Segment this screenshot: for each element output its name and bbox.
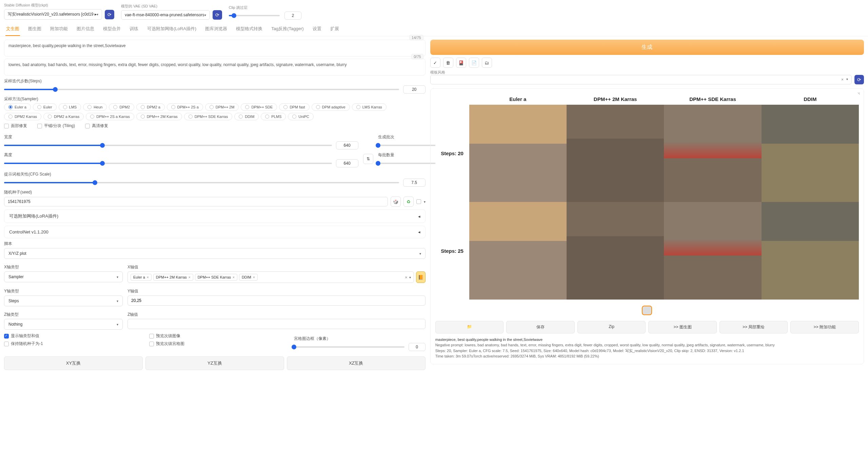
x-type-dropdown[interactable]: Sampler▾	[4, 271, 123, 282]
face-restore-checkbox[interactable]: 面部修复	[4, 123, 27, 129]
tab-6[interactable]: 可选附加网络(LoRA插件)	[146, 22, 197, 36]
height-value[interactable]: 640	[336, 159, 358, 167]
tab-1[interactable]: 图生图	[27, 22, 42, 36]
grid-margin-value[interactable]: 0	[409, 343, 426, 351]
sampler-dpm---2s-a-karras[interactable]: DPM++ 2S a Karras	[86, 113, 134, 120]
sampler-lms-karras[interactable]: LMS Karras	[352, 103, 387, 111]
clip-slider[interactable]	[229, 15, 280, 16]
lora-accordion[interactable]: 可选附加网络(LoRA插件)◂	[4, 209, 426, 223]
inpaint-button[interactable]: >> 局部重绘	[719, 321, 788, 333]
swap-dims-button[interactable]: ⇅	[363, 154, 373, 164]
tab-2[interactable]: 附加功能	[50, 22, 68, 36]
y-val-input[interactable]	[127, 295, 426, 306]
grid-cell[interactable]	[469, 105, 567, 202]
grid-cell[interactable]	[664, 202, 761, 299]
seed-extra-checkbox[interactable]	[416, 199, 421, 204]
trash-icon[interactable]: 🗑	[443, 58, 453, 68]
sampler-ddim[interactable]: DDIM	[234, 113, 259, 120]
grid-cell[interactable]	[469, 202, 567, 299]
result-thumbnail[interactable]	[642, 306, 652, 315]
width-value[interactable]: 640	[336, 141, 358, 149]
preview-sub-checkbox[interactable]: 预览次级图像	[149, 333, 281, 339]
batch-size-slider[interactable]	[378, 163, 439, 164]
y-type-dropdown[interactable]: Steps▾	[4, 295, 123, 306]
preview-grid-checkbox[interactable]: 预览次级宫格图	[149, 341, 281, 347]
sampler-dpm2-a[interactable]: DPM2 a	[136, 103, 165, 111]
x-book-button[interactable]: 📙	[416, 271, 426, 283]
clear-icon[interactable]: ×	[841, 77, 844, 82]
neg-prompt-input[interactable]: lowres, bad anatomy, bad hands, text, er…	[4, 59, 426, 76]
seed-input[interactable]: 1541761975	[4, 197, 388, 206]
grid-cell[interactable]	[664, 105, 761, 202]
tiling-checkbox[interactable]: 平铺/分块 (Tiling)	[37, 123, 75, 129]
sampler-unipc[interactable]: UniPC	[288, 113, 314, 120]
sampler-dpm---2s-a[interactable]: DPM++ 2S a	[167, 103, 203, 111]
steps-value[interactable]: 20	[403, 85, 426, 94]
tab-5[interactable]: 训练	[129, 22, 139, 36]
sampler-heun[interactable]: Heun	[83, 103, 107, 111]
tab-10[interactable]: 设置	[312, 22, 322, 36]
tab-9[interactable]: Tag反推(Tagger)	[271, 22, 304, 36]
seed-random-button[interactable]: 🎲	[391, 197, 401, 207]
swap-yz-button[interactable]: YZ互换	[145, 356, 284, 370]
x-val-tags[interactable]: Euler a ×DPM++ 2M Karras ×DPM++ SDE Karr…	[127, 271, 414, 283]
prompt-input[interactable]: masterpiece, best quality,people walking…	[4, 40, 426, 57]
x-tag[interactable]: DPM++ 2M Karras ×	[153, 274, 193, 281]
tab-4[interactable]: 模型合并	[102, 22, 121, 36]
open-folder-button[interactable]: 📁	[435, 321, 504, 333]
sampler-dpm-fast[interactable]: DPM fast	[279, 103, 309, 111]
sampler-dpm---2m[interactable]: DPM++ 2M	[205, 103, 239, 111]
grid-cell[interactable]	[762, 105, 859, 202]
tab-11[interactable]: 扩展	[330, 22, 340, 36]
sampler-dpm---sde[interactable]: DPM++ SDE	[241, 103, 277, 111]
sampler-plms[interactable]: PLMS	[261, 113, 286, 120]
apply-icon[interactable]: ✓	[430, 58, 440, 68]
sampler-dpm---sde-karras[interactable]: DPM++ SDE Karras	[184, 113, 232, 120]
grid-margin-slider[interactable]	[294, 346, 405, 348]
controlnet-accordion[interactable]: ControlNet v1.1.200◂	[4, 226, 426, 238]
cfg-value[interactable]: 7.5	[403, 179, 426, 187]
height-slider[interactable]	[4, 163, 332, 164]
z-val-input[interactable]	[127, 319, 426, 329]
tab-0[interactable]: 文生图	[5, 22, 20, 36]
batch-count-slider[interactable]	[378, 145, 439, 146]
generate-button[interactable]: 生成	[430, 40, 864, 55]
hires-checkbox[interactable]: 高清修复	[85, 123, 108, 129]
steps-slider[interactable]	[4, 89, 399, 90]
x-tag[interactable]: DDIM ×	[239, 274, 258, 281]
width-slider[interactable]	[4, 145, 332, 146]
grid-cell[interactable]	[567, 202, 664, 299]
seed-reuse-button[interactable]: ♻	[403, 197, 414, 207]
zip-button[interactable]: Zip	[577, 321, 646, 333]
note-icon[interactable]: 📄	[469, 58, 479, 68]
sampler-lms[interactable]: LMS	[59, 103, 81, 111]
ckpt-dropdown[interactable]: 写实\realisticVisionV20_v20.safetensors [c…	[4, 9, 102, 20]
x-tag[interactable]: DPM++ SDE Karras ×	[195, 274, 237, 281]
folder-icon[interactable]: 🗂	[482, 58, 492, 68]
sampler-dpm---2m-karras[interactable]: DPM++ 2M Karras	[136, 113, 182, 120]
vae-refresh-button[interactable]: ⟳	[213, 10, 222, 20]
style-refresh-button[interactable]: ⟳	[854, 75, 864, 84]
tab-8[interactable]: 模型格式转换	[235, 22, 263, 36]
ckpt-refresh-button[interactable]: ⟳	[105, 10, 114, 19]
sampler-euler[interactable]: Euler	[33, 103, 57, 111]
extras-button[interactable]: >> 附加功能	[790, 321, 859, 333]
style-dropdown[interactable]: ×▾	[430, 75, 852, 84]
clip-value[interactable]: 2	[284, 12, 301, 20]
img2img-button[interactable]: >> 图生图	[648, 321, 717, 333]
vae-dropdown[interactable]: vae-ft-mse-840000-ema-pruned.safetensors…	[121, 10, 210, 20]
sampler-dpm2-karras[interactable]: DPM2 Karras	[4, 113, 41, 120]
grid-cell[interactable]	[567, 105, 664, 202]
sampler-dpm2[interactable]: DPM2	[109, 103, 134, 111]
palette-icon[interactable]: 🎴	[456, 58, 466, 68]
show-axis-checkbox[interactable]: 显示轴类型和值	[4, 333, 136, 339]
x-tag[interactable]: Euler a ×	[131, 274, 152, 281]
save-button[interactable]: 保存	[506, 321, 575, 333]
sampler-dpm-adaptive[interactable]: DPM adaptive	[312, 103, 350, 111]
swap-xy-button[interactable]: XY互换	[4, 356, 143, 370]
grid-cell[interactable]	[762, 202, 859, 299]
sampler-dpm2-a-karras[interactable]: DPM2 a Karras	[43, 113, 84, 120]
z-type-dropdown[interactable]: Nothing▾	[4, 319, 123, 330]
script-dropdown[interactable]: X/Y/Z plot▾	[4, 248, 426, 259]
keep-seed-checkbox[interactable]: 保持随机种子为-1	[4, 341, 136, 347]
